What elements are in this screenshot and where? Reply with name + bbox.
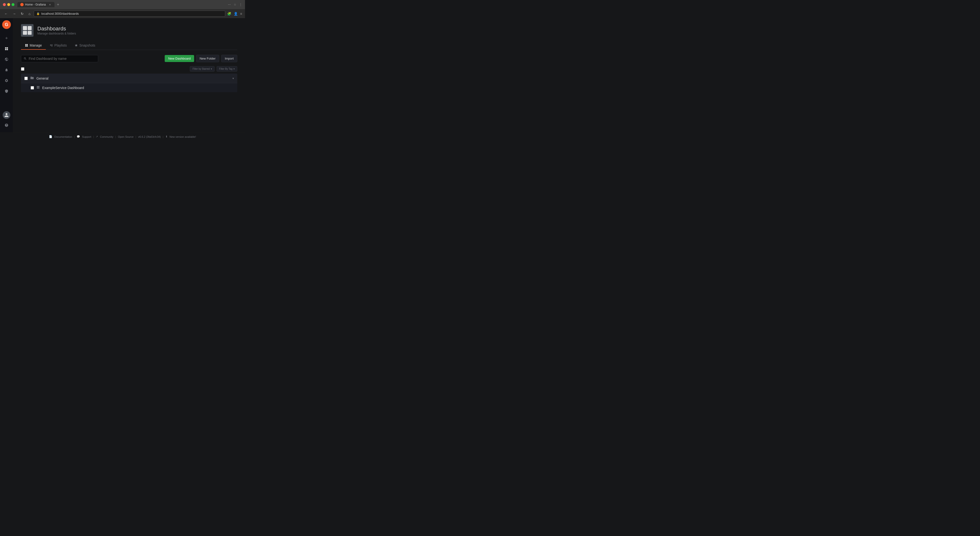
footer-documentation-link[interactable]: Documentation (54, 135, 72, 138)
toolbar-right: New Dashboard New Folder Import (165, 55, 237, 62)
sidebar-item-shield[interactable] (2, 86, 11, 96)
home-button[interactable]: ⌂ (27, 11, 32, 16)
footer-community-icon: ↗ (96, 135, 98, 138)
dashboard-list: General ▾ ExampleService Dashboard (21, 73, 237, 92)
filter-tag-label: Filter By Tag (219, 67, 232, 70)
grafana-logo[interactable]: G (2, 20, 11, 29)
settings-menu-icon[interactable]: ≡ (240, 12, 242, 16)
filter-starred-chevron: ▾ (211, 67, 212, 70)
bookmark-icon[interactable]: ☆ (234, 3, 236, 6)
browser-menu-icon[interactable]: ⋯ (228, 3, 231, 6)
new-tab-button[interactable]: + (56, 2, 60, 7)
grafana-favicon (20, 3, 24, 6)
address-bar[interactable]: 🔒 localhost:3000/dashboards (34, 11, 225, 17)
more-icon[interactable]: ⋮ (239, 3, 242, 6)
manage-toolbar: New Dashboard New Folder Import (21, 55, 237, 62)
sidebar-item-help[interactable] (2, 120, 11, 130)
svg-text:G: G (5, 22, 8, 27)
app-layout: G (0, 18, 245, 132)
dashboard-row-exampleservice[interactable]: ExampleService Dashboard (21, 83, 237, 92)
filter-starred-button[interactable]: Filter by Starred ▾ (190, 66, 215, 72)
filter-row: Filter by Starred ▾ Filter By Tag ▾ (21, 66, 237, 72)
main-content: Dashboards Manage dashboards & folders M… (13, 18, 245, 132)
forward-button[interactable]: → (11, 11, 18, 16)
tabs-bar: Manage Playlists Snapshots (21, 41, 237, 50)
search-input[interactable] (29, 57, 95, 61)
folder-chevron-icon: ▾ (232, 77, 234, 80)
footer-version: v6.6.2 (3fa63cfc34) (138, 135, 161, 138)
browser-navbar: ← → ↻ ⌂ 🔒 localhost:3000/dashboards 🧩 👤 … (0, 9, 245, 18)
folder-checkbox[interactable] (24, 77, 28, 80)
filter-tag-chevron: ▾ (234, 67, 235, 70)
search-box[interactable] (21, 55, 98, 62)
svg-point-0 (21, 4, 23, 6)
tab-manage[interactable]: Manage (21, 41, 46, 50)
tab-snapshots-label: Snapshots (80, 43, 95, 47)
sidebar-item-configuration[interactable] (2, 76, 11, 85)
profile-icon[interactable]: 👤 (234, 12, 238, 16)
sidebar: G (0, 18, 13, 132)
page-title-area: Dashboards Manage dashboards & folders (37, 26, 76, 35)
reload-button[interactable]: ↻ (19, 11, 25, 16)
tab-snapshots[interactable]: Snapshots (71, 41, 99, 50)
dashboard-icon (37, 86, 40, 90)
search-icon (24, 57, 27, 60)
browser-tabs: Home - Grafana ✕ + (18, 2, 226, 7)
dashboard-name: ExampleService Dashboard (42, 86, 84, 90)
folder-icon (30, 76, 34, 81)
user-avatar[interactable] (3, 111, 10, 119)
page-icon (21, 24, 33, 37)
tab-playlists[interactable]: Playlists (46, 41, 71, 50)
app-footer: 📄 Documentation | 💬 Support | ↗ Communit… (0, 132, 245, 140)
dashboard-checkbox[interactable] (30, 86, 34, 89)
page-header: Dashboards Manage dashboards & folders (21, 24, 237, 37)
browser-titlebar: Home - Grafana ✕ + ⋯ ☆ ⋮ (0, 0, 245, 9)
filter-starred-label: Filter by Starred (192, 67, 210, 70)
extensions-icon[interactable]: 🧩 (227, 12, 231, 16)
folder-name-general: General (37, 77, 48, 80)
page-title: Dashboards (37, 26, 76, 32)
minimize-button[interactable] (7, 3, 10, 6)
sidebar-item-add[interactable] (2, 33, 11, 43)
traffic-lights (3, 3, 14, 6)
footer-community-link[interactable]: Community (100, 135, 113, 138)
maximize-button[interactable] (11, 3, 14, 6)
sidebar-item-dashboards[interactable] (2, 44, 11, 54)
page-subtitle: Manage dashboards & folders (37, 32, 76, 35)
back-button[interactable]: ← (3, 11, 9, 16)
footer-support-link[interactable]: Support (82, 135, 91, 138)
filter-buttons: Filter by Starred ▾ Filter By Tag ▾ (190, 66, 237, 72)
nav-right-icons: 🧩 👤 ≡ (227, 12, 242, 16)
new-folder-button[interactable]: New Folder (196, 55, 219, 62)
browser-chrome: Home - Grafana ✕ + ⋯ ☆ ⋮ ← → ↻ ⌂ 🔒 local… (0, 0, 245, 18)
sidebar-item-explore[interactable] (2, 54, 11, 64)
footer-doc-icon: 📄 (49, 135, 52, 138)
tab-title: Home - Grafana (25, 3, 46, 6)
new-dashboard-button[interactable]: New Dashboard (165, 55, 194, 62)
tab-manage-label: Manage (30, 43, 42, 47)
filter-tag-button[interactable]: Filter By Tag ▾ (216, 66, 237, 72)
sidebar-bottom (2, 111, 11, 131)
footer-update-link[interactable]: New version available! (170, 135, 196, 138)
browser-tab-active[interactable]: Home - Grafana ✕ (18, 2, 54, 7)
tab-playlists-label: Playlists (54, 43, 67, 47)
import-button[interactable]: Import (221, 55, 237, 62)
folder-row-general[interactable]: General ▾ (21, 73, 237, 83)
footer-opensource-link[interactable]: Open Source (118, 135, 134, 138)
sidebar-item-alerting[interactable] (2, 65, 11, 75)
tab-close-icon[interactable]: ✕ (48, 3, 52, 6)
url-display: localhost:3000/dashboards (41, 12, 79, 16)
browser-right-controls: ⋯ ☆ ⋮ (228, 3, 242, 6)
footer-support-icon: 💬 (77, 135, 80, 138)
footer-download-icon: ⬇ (165, 135, 168, 138)
close-button[interactable] (3, 3, 6, 6)
select-all-checkbox[interactable] (21, 67, 24, 71)
secure-icon: 🔒 (37, 12, 40, 15)
